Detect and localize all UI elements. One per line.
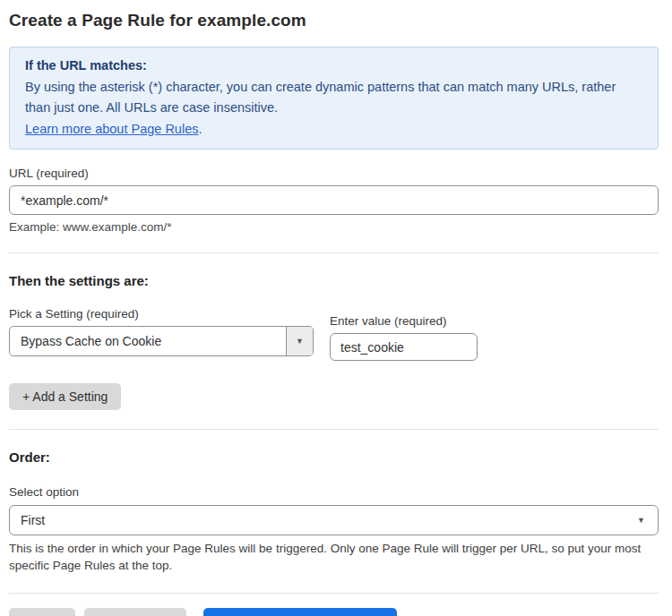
link-period: . (198, 122, 202, 136)
footer-actions: Cancel Save as Draft Save and Deploy Pag… (9, 608, 659, 616)
info-box-body: By using the asterisk (*) character, you… (25, 77, 642, 119)
url-input[interactable] (9, 185, 659, 215)
setting-select[interactable]: Bypass Cache on Cookie ▼ (9, 326, 314, 356)
url-match-info-box: If the URL matches: By using the asteris… (9, 47, 659, 150)
save-and-deploy-button[interactable]: Save and Deploy Page Rule (203, 608, 397, 616)
chevron-down-icon: ▼ (637, 517, 645, 525)
chevron-down-icon: ▼ (296, 338, 304, 346)
order-select-label: Select option (9, 485, 659, 499)
setting-select-group: Pick a Setting (required) Bypass Cache o… (9, 307, 314, 356)
info-box-link-line: Learn more about Page Rules. (25, 119, 642, 141)
create-page-rule-panel: Create a Page Rule for example.com If th… (0, 0, 672, 616)
order-select-value: First (21, 513, 45, 527)
order-select[interactable]: First ▼ (9, 505, 659, 535)
order-helper-text: This is the order in which your Page Rul… (9, 540, 659, 574)
divider (9, 252, 659, 253)
info-box-heading: If the URL matches: (25, 56, 642, 77)
url-field-label: URL (required) (9, 167, 659, 180)
setting-select-arrow-button[interactable]: ▼ (286, 327, 313, 355)
setting-value-group: Enter value (required) (330, 314, 478, 361)
settings-row: Pick a Setting (required) Bypass Cache o… (9, 307, 659, 361)
setting-select-value: Bypass Cache on Cookie (21, 334, 161, 348)
setting-value-label: Enter value (required) (330, 314, 478, 328)
divider (9, 429, 659, 430)
divider (9, 593, 659, 594)
add-setting-button[interactable]: + Add a Setting (9, 383, 121, 410)
url-example-helper: Example: www.example.com/* (9, 220, 659, 234)
setting-select-label: Pick a Setting (required) (9, 307, 314, 321)
setting-value-input[interactable] (330, 333, 478, 361)
learn-more-page-rules-link[interactable]: Learn more about Page Rules (25, 122, 198, 136)
save-as-draft-button[interactable]: Save as Draft (84, 608, 187, 616)
settings-section-heading: Then the settings are: (9, 273, 659, 288)
page-title: Create a Page Rule for example.com (9, 11, 659, 30)
order-section-heading: Order: (9, 449, 659, 465)
cancel-button[interactable]: Cancel (9, 608, 75, 616)
